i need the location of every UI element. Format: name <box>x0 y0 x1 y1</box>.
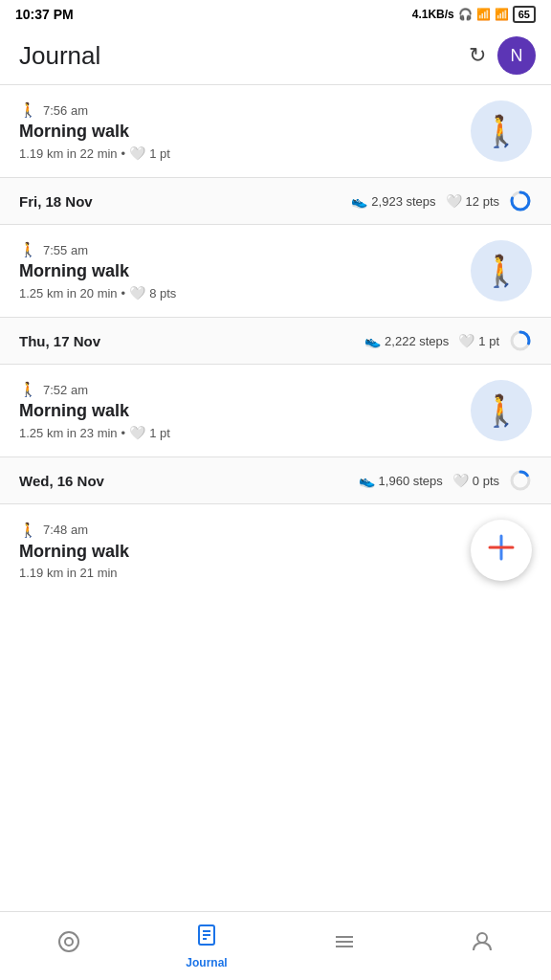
pts-count: 12 pts <box>466 194 499 209</box>
stats-text: 1.19 km in 21 min <box>19 566 118 580</box>
activity-entry: 🚶 7:55 am Morning walk 1.25 km in 20 min… <box>0 225 551 317</box>
profile-icon <box>470 929 495 960</box>
nav-item-profile[interactable] <box>413 929 551 963</box>
activity-info: 🚶 7:55 am Morning walk 1.25 km in 20 min… <box>19 241 471 301</box>
svg-point-17 <box>477 933 487 943</box>
activity-entry: 🚶 7:48 am Morning walk 1.19 km in 21 min <box>0 504 551 596</box>
activity-name: Morning walk <box>19 401 471 421</box>
steps-icon: 👟 <box>364 333 381 348</box>
activity-circle[interactable]: 🚶 <box>471 240 532 301</box>
day-stats: 👟 1,960 steps 🤍 0 pts <box>359 469 532 492</box>
activity-time: 🚶 7:55 am <box>19 241 471 258</box>
walk-icon: 🚶 <box>19 522 37 539</box>
activity-stats: 1.19 km in 21 min <box>19 566 471 580</box>
wifi-icon: 📶 <box>495 8 509 21</box>
day-stats: 👟 2,222 steps 🤍 1 pt <box>364 329 532 352</box>
heart-icon: 🤍 <box>129 425 145 440</box>
steps-stat: 👟 2,923 steps <box>351 193 435 209</box>
signal-icon: 📶 <box>476 8 491 21</box>
battery-indicator: 65 <box>513 6 536 23</box>
ring-progress <box>509 329 532 352</box>
journal-icon <box>194 923 219 953</box>
steps-icon: 👟 <box>351 193 367 209</box>
pts-stat: 🤍 1 pt <box>458 333 499 348</box>
walk-icon: 🚶 <box>19 101 37 119</box>
stats-text: 1.25 km in 20 min <box>19 286 118 301</box>
heart-icon: 🤍 <box>129 285 145 301</box>
steps-stat: 👟 1,960 steps <box>359 473 443 488</box>
network-speed: 4.1KB/s <box>412 8 454 21</box>
walking-figure: 🚶 <box>482 113 520 149</box>
steps-icon: 👟 <box>359 473 375 488</box>
activity-info: 🚶 7:56 am Morning walk 1.19 km in 22 min… <box>19 101 471 161</box>
activity-entry: 🚶 7:56 am Morning walk 1.19 km in 22 min… <box>0 85 551 177</box>
activity-name: Morning walk <box>19 542 471 562</box>
home-icon <box>56 929 81 960</box>
app-header: Journal ↻ N <box>0 27 551 85</box>
day-stats: 👟 2,923 steps 🤍 12 pts <box>351 189 532 212</box>
user-avatar[interactable]: N <box>497 36 536 75</box>
journal-content: 🚶 7:56 am Morning walk 1.19 km in 22 min… <box>0 85 551 673</box>
pts-label: 8 pts <box>149 286 176 301</box>
activity-info: 🚶 7:52 am Morning walk 1.25 km in 23 min… <box>19 381 471 440</box>
activity-info: 🚶 7:48 am Morning walk 1.19 km in 21 min <box>19 522 471 580</box>
activity-icon <box>332 929 357 960</box>
day-separator: Thu, 17 Nov 👟 2,222 steps 🤍 1 pt <box>0 317 551 365</box>
day-label: Thu, 17 Nov <box>19 333 100 349</box>
walk-icon: 🚶 <box>19 241 37 258</box>
activity-stats: 1.19 km in 22 min • 🤍 1 pt <box>19 145 471 161</box>
heart-pts-icon: 🤍 <box>458 333 474 348</box>
day-label: Wed, 16 Nov <box>19 473 104 489</box>
status-icons: 4.1KB/s 🎧 📶 📶 65 <box>412 6 536 23</box>
time-label: 7:48 am <box>43 523 88 537</box>
pts-label: 1 pt <box>149 146 170 161</box>
pts-count: 0 pts <box>473 474 499 488</box>
svg-point-8 <box>59 932 78 951</box>
nav-item-journal[interactable]: Journal <box>138 923 276 969</box>
heart-icon: 🤍 <box>129 145 145 161</box>
heart-pts-icon: 🤍 <box>446 193 462 209</box>
pts-stat: 🤍 12 pts <box>446 193 499 209</box>
steps-count: 2,222 steps <box>385 334 449 348</box>
activity-name: Morning walk <box>19 122 471 142</box>
steps-stat: 👟 2,222 steps <box>364 333 449 348</box>
walk-icon: 🚶 <box>19 381 37 398</box>
svg-point-9 <box>65 938 73 946</box>
header-icons: ↻ N <box>469 36 536 75</box>
nav-item-home[interactable] <box>0 929 138 963</box>
status-bar: 10:37 PM 4.1KB/s 🎧 📶 📶 65 <box>0 0 551 27</box>
bottom-nav: Journal <box>0 911 551 980</box>
activity-name: Morning walk <box>19 261 471 281</box>
walking-figure: 🚶 <box>482 392 520 429</box>
headphone-icon: 🎧 <box>458 8 473 21</box>
activity-time: 🚶 7:52 am <box>19 381 471 398</box>
nav-item-activity[interactable] <box>276 929 413 963</box>
day-separator: Wed, 16 Nov 👟 1,960 steps 🤍 0 pts <box>0 457 551 504</box>
stats-text: 1.19 km in 22 min <box>19 146 118 161</box>
pts-stat: 🤍 0 pts <box>452 473 499 488</box>
pts-label: 1 pt <box>149 426 170 440</box>
day-separator: Fri, 18 Nov 👟 2,923 steps 🤍 12 pts <box>0 177 551 225</box>
ring-progress <box>509 469 532 492</box>
activity-time: 🚶 7:48 am <box>19 522 471 539</box>
app-title: Journal <box>19 41 100 71</box>
ring-progress <box>509 189 532 212</box>
pts-count: 1 pt <box>478 334 499 348</box>
time-label: 7:55 am <box>43 243 88 257</box>
steps-count: 1,960 steps <box>379 474 443 488</box>
stats-text: 1.25 km in 23 min <box>19 426 118 440</box>
activity-stats: 1.25 km in 20 min • 🤍 8 pts <box>19 285 471 301</box>
steps-count: 2,923 steps <box>371 194 435 209</box>
activity-time: 🚶 7:56 am <box>19 101 471 119</box>
time-label: 7:56 am <box>43 103 88 118</box>
activity-entry: 🚶 7:52 am Morning walk 1.25 km in 23 min… <box>0 365 551 457</box>
walking-figure: 🚶 <box>482 253 520 289</box>
heart-pts-icon: 🤍 <box>452 473 469 488</box>
sync-button[interactable]: ↻ <box>469 43 486 68</box>
activity-circle[interactable]: 🚶 <box>471 380 532 441</box>
add-activity-fab[interactable] <box>471 520 532 581</box>
plus-icon <box>484 530 518 570</box>
time-label: 7:52 am <box>43 383 88 397</box>
activity-stats: 1.25 km in 23 min • 🤍 1 pt <box>19 425 471 440</box>
activity-circle[interactable]: 🚶 <box>471 100 532 162</box>
